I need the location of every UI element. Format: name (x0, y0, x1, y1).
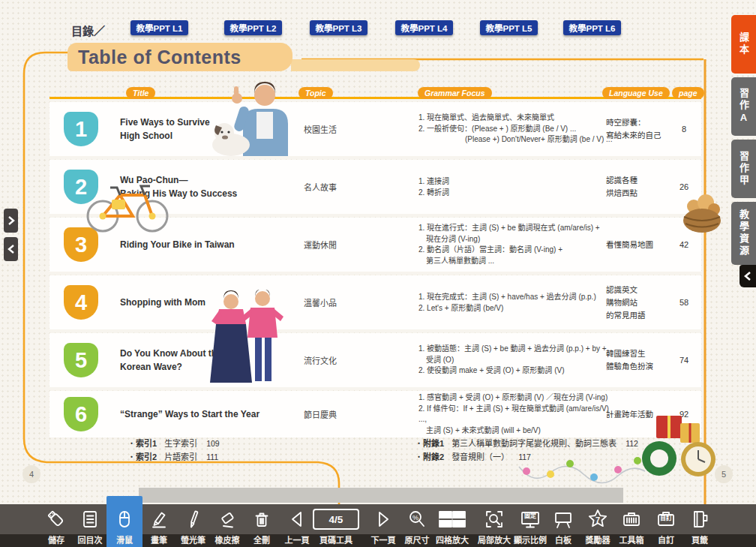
lesson-topic: 節日慶典 (304, 408, 375, 420)
lesson-topic: 名人故事 (304, 181, 375, 193)
lesson-title: Wu Pao-Chun— Baking His Way to Success (120, 173, 296, 200)
lesson-grammar: 1. 現在進行式：主詞 (S) + be 動詞現在式 (am/are/is) +… (418, 223, 617, 266)
ppt-button-l1[interactable]: 教學PPT L1 (130, 20, 188, 35)
prev-page-icon (286, 504, 308, 534)
previous-page-button[interactable]: 上一頁 (278, 504, 316, 547)
ppt-button-l2[interactable]: 教學PPT L2 (224, 20, 282, 35)
custom-tools-button[interactable]: 自訂 自訂 (649, 504, 683, 547)
column-header-title: Title (126, 87, 155, 99)
lesson-row-2: 2 Wu Pao-Chun— Baking His Way to Success… (50, 160, 701, 214)
bullet: ・ (415, 452, 423, 461)
lesson-grammar: 1. 被動語態：主詞 (S) + be 動詞 + 過去分詞 (p.p.) + b… (418, 344, 617, 377)
whiteboard-button[interactable]: 白板 (547, 504, 580, 547)
grammar-line: 1. 被動語態：主詞 (S) + be 動詞 + 過去分詞 (p.p.) + b… (418, 344, 617, 355)
appendix-text: 第三人稱單數動詞字尾變化規則、動詞三態表 (452, 439, 616, 448)
toolbox-icon (621, 504, 642, 534)
panel-expand-button[interactable] (4, 209, 18, 233)
grammar-line: 1. 感官動詞 + 受詞 (O) + 原形動詞 (V) ／現在分詞 (V-ing… (418, 392, 617, 404)
four-grid-zoom-button[interactable]: 四格放大 (434, 504, 470, 547)
bullet: ・ (415, 439, 423, 448)
grammar-line: 2. 轉折詞 (418, 187, 617, 198)
lesson-title: Riding Your Bike in Taiwan (120, 238, 296, 251)
lesson-page-number: 26 (662, 182, 706, 191)
highlighter-tool-button[interactable]: 螢光筆 (176, 504, 211, 547)
eraser-tool-button[interactable]: 橡皮擦 (210, 504, 244, 547)
bullet: ・ (128, 439, 136, 448)
reward-tool-button[interactable]: 7 獎勵器 (580, 504, 615, 547)
display-ratio-button[interactable]: 固定 顯示比例 (513, 504, 548, 547)
lesson-number-badge: 6 (64, 397, 98, 431)
grammar-line: 2. If 條件句：If + 主詞 (S) + 現在簡單式動詞 (am/are/… (418, 404, 617, 425)
tab-teaching-resources[interactable]: 教學資源 (731, 202, 756, 265)
index-page: 111 (206, 452, 218, 461)
ppt-button-l6[interactable]: 教學PPT L6 (563, 20, 621, 35)
panel-collapse-button[interactable] (4, 237, 18, 261)
highlighter-icon (183, 504, 204, 534)
contents-list-icon (80, 504, 100, 534)
delete-all-button[interactable]: 全刪 (244, 504, 279, 547)
grammar-line: 第三人稱單數動詞 ... (418, 256, 617, 267)
region-zoom-icon (484, 504, 505, 534)
tab-textbook[interactable]: 課本 (731, 15, 756, 74)
page-tab-button[interactable]: 頁籤 (683, 504, 716, 547)
trash-icon (251, 504, 272, 534)
monitor-fixed-icon: 固定 (520, 504, 541, 534)
grammar-line: 受詞 (O) (418, 355, 617, 366)
column-header-page: page (672, 87, 704, 99)
left-page-number: 4 (22, 465, 40, 483)
lesson-number-badge: 3 (64, 227, 98, 262)
page-title: Table of Contents (68, 47, 242, 68)
lesson-grammar: 1. 連接詞 2. 轉折詞 (418, 176, 617, 198)
book-tabs: 課本 習作A 習作甲 教學資源 (731, 15, 756, 269)
lesson-title: Five Ways to Survive High School (120, 116, 296, 143)
ppt-button-l3[interactable]: 教學PPT L3 (310, 20, 368, 35)
grammar-line: 1. 連接詞 (418, 176, 617, 188)
tabs-collapse-button[interactable] (740, 265, 756, 287)
column-header-grammar: Grammar Focus (418, 87, 492, 99)
appendix-label: 附錄1 (423, 439, 444, 448)
lesson-row-3: 3 Riding Your Bike in Taiwan 運動休閒 1. 現在進… (50, 218, 701, 272)
lesson-page-number: 42 (662, 240, 706, 249)
page-number-tool[interactable]: 4/5 頁碼工具 (315, 504, 357, 547)
lesson-title: “Strange” Ways to Start the Year (120, 407, 296, 421)
lesson-number-badge: 5 (64, 343, 98, 377)
save-button[interactable]: 儲存 (39, 504, 74, 547)
index-page: 109 (206, 439, 220, 448)
index-label: 索引1 (136, 439, 157, 448)
language-line: 的常見用語 (606, 309, 685, 322)
pen-tool-button[interactable]: 畫筆 (142, 504, 176, 547)
lesson-topic: 校園生活 (304, 123, 375, 135)
bottom-toolbar: 儲存 回目次 滑鼠 畫筆 螢光筆 (0, 504, 756, 547)
page-title-banner: Table of Contents (68, 43, 292, 71)
lesson-title: Shopping with Mom (120, 296, 296, 309)
tab-workbook-jia[interactable]: 習作甲 (731, 140, 756, 198)
next-page-button[interactable]: 下一頁 (364, 504, 402, 547)
toolbox-button[interactable]: 工具箱 (615, 504, 648, 547)
mouse-icon (114, 504, 135, 534)
photo-string-lights (516, 444, 647, 488)
lesson-grammar: 1. 現在簡單式、過去簡單式、未來簡單式 2. 一般祈使句：(Please + … (418, 113, 617, 146)
appendix-page: 112 (626, 439, 638, 448)
ppt-button-l5[interactable]: 教學PPT L5 (480, 20, 538, 35)
back-to-contents-button[interactable]: 回目次 (73, 504, 107, 547)
grammar-line: 2. Let's + 原形動詞 (be/V) (418, 302, 617, 314)
tab-workbook-a[interactable]: 習作A (731, 77, 756, 136)
bullet: ・ (128, 452, 136, 461)
index-text: 生字索引 (164, 439, 197, 448)
reward-star-icon: 7 (586, 504, 609, 534)
usb-save-icon (46, 504, 67, 534)
lesson-grammar: 1. 感官動詞 + 受詞 (O) + 原形動詞 (V) ／現在分詞 (V-ing… (418, 392, 617, 436)
grammar-line: 1. 現在簡單式、過去簡單式、未來簡單式 (418, 113, 617, 124)
grammar-line: (Please +) Don't/Never+ 原形動詞 (be / V) ..… (418, 134, 617, 146)
mouse-tool-button[interactable]: 滑鼠 (106, 496, 142, 547)
lesson-row-1: 1 Five Ways to Survive High School 校園生活 … (50, 102, 701, 156)
region-zoom-button[interactable]: 局部放大 (476, 504, 513, 547)
appendix-label: 附錄2 (423, 452, 444, 461)
ppt-button-l4[interactable]: 教學PPT L4 (395, 20, 453, 35)
grammar-line: 2. 動名詞（片語）當主詞：動名詞 (V-ing) + (418, 245, 617, 256)
original-size-button[interactable]: % 原尺寸 (399, 504, 435, 547)
lesson-page-number: 8 (662, 125, 706, 134)
custom-text: 自訂 (656, 513, 676, 521)
lesson-page-number: 74 (662, 356, 706, 365)
lesson-page-number: 92 (662, 410, 706, 419)
